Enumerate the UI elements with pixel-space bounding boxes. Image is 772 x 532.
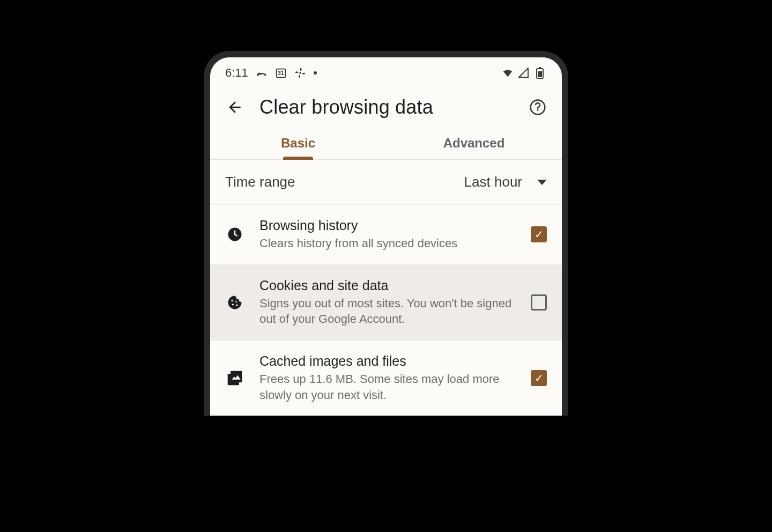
option-title: Cookies and site data bbox=[259, 278, 516, 293]
app-bar: Clear browsing data bbox=[210, 84, 562, 128]
tab-advanced[interactable]: Advanced bbox=[386, 128, 562, 159]
arrow-left-icon bbox=[226, 99, 243, 116]
option-subtitle: Signs you out of most sites. You won't b… bbox=[259, 295, 516, 327]
time-range-label: Time range bbox=[225, 174, 295, 190]
option-title: Cached images and files bbox=[259, 353, 516, 369]
status-right bbox=[502, 67, 546, 79]
option-subtitle: Frees up 11.6 MB. Some sites may load mo… bbox=[259, 371, 516, 403]
clock-icon bbox=[225, 226, 244, 242]
tab-label: Basic bbox=[281, 136, 315, 150]
clear-data-options-list: Browsing history Clears history from all… bbox=[210, 205, 562, 416]
check-icon: ✓ bbox=[535, 229, 544, 240]
fan-icon bbox=[294, 67, 306, 79]
missed-call-icon bbox=[256, 67, 268, 79]
calendar-icon: 31 bbox=[275, 67, 287, 79]
tab-basic[interactable]: Basic bbox=[210, 128, 386, 159]
svg-rect-12 bbox=[231, 371, 242, 382]
image-icon bbox=[225, 370, 244, 387]
back-button[interactable] bbox=[224, 97, 246, 118]
option-body: Cookies and site data Signs you out of m… bbox=[259, 278, 516, 327]
option-cached-images[interactable]: Cached images and files Frees up 11.6 MB… bbox=[210, 341, 562, 416]
checkbox-cookies[interactable] bbox=[531, 294, 547, 311]
page-title: Clear browsing data bbox=[259, 96, 514, 119]
battery-icon bbox=[534, 67, 546, 79]
wifi-icon bbox=[502, 67, 514, 79]
chevron-down-icon bbox=[537, 180, 547, 185]
option-body: Cached images and files Frees up 11.6 MB… bbox=[259, 353, 516, 403]
svg-rect-3 bbox=[539, 67, 541, 69]
help-icon bbox=[529, 99, 546, 116]
option-body: Browsing history Clears history from all… bbox=[259, 218, 516, 252]
option-subtitle: Clears history from all synced devices bbox=[259, 235, 516, 252]
svg-point-7 bbox=[231, 300, 233, 301]
check-icon: ✓ bbox=[535, 373, 544, 383]
status-bar: 6:11 31 bbox=[210, 57, 562, 84]
time-range-row: Time range Last hour bbox=[210, 160, 562, 205]
option-cookies-site-data[interactable]: Cookies and site data Signs you out of m… bbox=[210, 265, 562, 341]
help-button[interactable] bbox=[528, 97, 548, 117]
time-range-value: Last hour bbox=[464, 174, 522, 190]
signal-icon bbox=[518, 67, 530, 79]
svg-point-10 bbox=[235, 301, 237, 302]
status-left: 6:11 31 bbox=[225, 66, 317, 80]
screen: 6:11 31 bbox=[210, 57, 562, 416]
svg-point-1 bbox=[299, 72, 301, 74]
more-notifications-dot bbox=[314, 71, 317, 75]
option-title: Browsing history bbox=[259, 218, 516, 233]
option-browsing-history[interactable]: Browsing history Clears history from all… bbox=[210, 205, 562, 265]
checkbox-browsing-history[interactable]: ✓ bbox=[531, 226, 547, 242]
tabs: Basic Advanced bbox=[210, 128, 562, 160]
checkbox-cache[interactable]: ✓ bbox=[531, 370, 547, 386]
phone-speaker bbox=[362, 53, 410, 56]
phone-frame: 6:11 31 bbox=[204, 51, 568, 416]
svg-rect-4 bbox=[538, 71, 542, 77]
svg-point-8 bbox=[232, 304, 234, 305]
svg-point-9 bbox=[236, 304, 237, 306]
tab-label: Advanced bbox=[443, 136, 505, 150]
status-time: 6:11 bbox=[225, 66, 248, 80]
cookie-icon bbox=[225, 294, 244, 311]
calendar-day: 31 bbox=[278, 70, 284, 76]
time-range-select[interactable]: Last hour bbox=[464, 174, 547, 190]
